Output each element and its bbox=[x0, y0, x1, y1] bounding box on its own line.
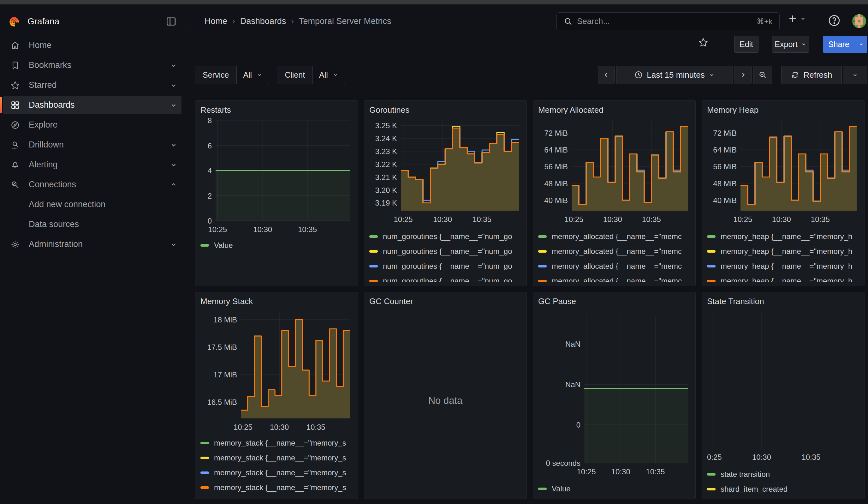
legend-item[interactable]: memory_allocated {__name__="memc bbox=[538, 244, 690, 259]
legend-item[interactable]: memory_stack {__name__="memory_s bbox=[200, 480, 353, 495]
client-filter[interactable]: Client All bbox=[277, 66, 345, 84]
edit-button[interactable]: Edit bbox=[734, 36, 758, 53]
sidebar-item-bookmarks[interactable]: Bookmarks bbox=[0, 55, 185, 75]
legend-item[interactable]: memory_stack {__name__="memory_s bbox=[200, 450, 353, 465]
legend-item[interactable]: memory_heap {__name__="memory_h bbox=[707, 259, 859, 274]
panel-title[interactable]: GC Pause bbox=[538, 296, 690, 307]
svg-text:10:25: 10:25 bbox=[234, 423, 252, 431]
sidebar-item-label: Alerting bbox=[29, 160, 58, 169]
chart-memory-heap[interactable]: 40 MiB48 MiB56 MiB64 MiB72 MiB10:2510:30… bbox=[707, 115, 859, 226]
legend-item[interactable]: memory_heap {__name__="memory_h bbox=[707, 244, 859, 259]
legend-item[interactable]: Value bbox=[200, 238, 353, 253]
sidebar-item-explore[interactable]: Explore bbox=[0, 115, 185, 135]
legend-item[interactable]: state transition bbox=[707, 467, 859, 482]
sidebar-item-add-new-connection[interactable]: Add new connection bbox=[0, 195, 185, 214]
sidebar-item-administration[interactable]: Administration bbox=[0, 234, 185, 254]
legend-item[interactable]: memory_allocated {__name__="memc bbox=[538, 229, 690, 244]
grafana-logo[interactable] bbox=[8, 15, 21, 28]
legend-label: memory_stack {__name__="memory_s bbox=[214, 453, 346, 462]
chart-state-transition[interactable]: 10:2510:3010:35 bbox=[707, 307, 859, 464]
panel-title[interactable]: Restarts bbox=[200, 104, 353, 115]
legend-item[interactable]: num_goroutines {__name__="num_go bbox=[369, 259, 521, 274]
legend-swatch bbox=[538, 487, 547, 490]
svg-text:10:30: 10:30 bbox=[752, 453, 771, 461]
legend-item[interactable]: shard_item_created bbox=[707, 482, 859, 495]
legend-item[interactable]: num_goroutines {__name__="num_go bbox=[369, 274, 521, 282]
legend-swatch bbox=[200, 442, 209, 444]
svg-text:6: 6 bbox=[208, 142, 212, 150]
help-button[interactable] bbox=[828, 14, 842, 28]
sidebar-item-starred[interactable]: Starred bbox=[0, 75, 185, 95]
time-shift-back-button[interactable] bbox=[598, 66, 614, 84]
svg-text:10:35: 10:35 bbox=[811, 215, 830, 224]
toolbar-divider bbox=[726, 36, 726, 52]
legend-item[interactable]: memory_allocated {__name__="memc bbox=[538, 274, 690, 282]
favorite-star-icon[interactable] bbox=[699, 38, 708, 47]
new-button[interactable] bbox=[787, 13, 806, 24]
chart-restarts[interactable]: 0246810:2510:3010:35 bbox=[200, 115, 353, 235]
chart-memory-allocated[interactable]: 40 MiB48 MiB56 MiB64 MiB72 MiB10:2510:30… bbox=[538, 115, 690, 226]
chart-memory-stack[interactable]: 16.5 MiB17 MiB17.5 MiB18 MiB10:2510:3010… bbox=[200, 307, 353, 433]
legend-item[interactable]: num_goroutines {__name__="num_go bbox=[369, 229, 521, 244]
legend-item[interactable]: memory_heap {__name__="memory_h bbox=[707, 274, 859, 282]
chart-gc-pause[interactable]: NaNNaN00 seconds10:2510:3010:35 bbox=[538, 307, 690, 479]
legend-item[interactable]: Value bbox=[538, 481, 690, 495]
service-filter-value[interactable]: All bbox=[236, 66, 269, 84]
client-filter-label: Client bbox=[277, 66, 312, 84]
legend-item[interactable]: memory_allocated {__name__="memc bbox=[538, 259, 690, 274]
sidebar-item-data-sources[interactable]: Data sources bbox=[0, 214, 185, 234]
sidebar-item-home[interactable]: Home bbox=[0, 35, 185, 55]
svg-text:40 MiB: 40 MiB bbox=[544, 196, 568, 205]
chevron-down-icon bbox=[859, 41, 864, 47]
refresh-interval-button[interactable] bbox=[844, 66, 867, 84]
sidebar-collapse-icon[interactable] bbox=[165, 16, 177, 27]
legend-swatch bbox=[538, 265, 547, 267]
export-button[interactable]: Export bbox=[772, 36, 809, 53]
legend-label: num_goroutines {__name__="num_go bbox=[383, 277, 512, 282]
share-button[interactable]: Share bbox=[823, 36, 855, 53]
user-avatar[interactable] bbox=[852, 14, 866, 28]
zoom-out-button[interactable] bbox=[753, 66, 772, 84]
client-filter-value[interactable]: All bbox=[312, 66, 345, 84]
legend-swatch bbox=[707, 280, 715, 282]
svg-text:10:30: 10:30 bbox=[433, 215, 452, 224]
svg-text:10:35: 10:35 bbox=[473, 215, 492, 224]
panel-title[interactable]: Memory Heap bbox=[707, 104, 859, 115]
legend-item[interactable]: memory_stack {__name__="memory_s bbox=[200, 435, 353, 450]
panel-gc-counter: GC Counter No data bbox=[364, 292, 527, 499]
svg-text:10:25: 10:25 bbox=[394, 215, 413, 224]
legend-item[interactable]: memory_heap {__name__="memory_h bbox=[707, 229, 859, 244]
chart-goroutines[interactable]: 3.19 K3.20 K3.21 K3.22 K3.23 K3.24 K3.25… bbox=[369, 115, 521, 226]
svg-text:16.5 MiB: 16.5 MiB bbox=[207, 398, 237, 407]
breadcrumb-separator: › bbox=[291, 17, 294, 26]
svg-text:64 MiB: 64 MiB bbox=[713, 146, 737, 154]
sidebar-item-label: Explore bbox=[29, 120, 58, 130]
search-input[interactable]: Search... ⌘+k bbox=[557, 12, 779, 30]
breadcrumb-dashboards[interactable]: Dashboards bbox=[240, 17, 286, 26]
breadcrumb-home[interactable]: Home bbox=[205, 17, 227, 26]
panel-title[interactable]: Goroutines bbox=[369, 104, 521, 115]
legend-swatch bbox=[538, 280, 547, 282]
legend-item[interactable]: memory_stack {__name__="memory_s bbox=[200, 465, 353, 480]
svg-text:64 MiB: 64 MiB bbox=[544, 146, 568, 154]
sidebar-item-connections[interactable]: Connections bbox=[0, 175, 185, 195]
sidebar-item-drilldown[interactable]: Drilldown bbox=[0, 135, 185, 155]
legend-label: memory_heap {__name__="memory_h bbox=[721, 232, 852, 241]
panel-title[interactable]: State Transition bbox=[707, 296, 859, 307]
svg-text:10:35: 10:35 bbox=[646, 467, 665, 476]
panel-title[interactable]: GC Counter bbox=[369, 296, 521, 307]
panel-title[interactable]: Memory Stack bbox=[200, 296, 353, 307]
panel-title[interactable]: Memory Allocated bbox=[538, 104, 690, 115]
chevron-down-icon bbox=[709, 72, 715, 78]
legend: memory_heap {__name__="memory_hmemory_he… bbox=[707, 229, 859, 282]
time-range-picker[interactable]: Last 15 minutes bbox=[616, 66, 733, 84]
sidebar-item-dashboards[interactable]: Dashboards bbox=[0, 95, 185, 115]
legend: state transitionshard_item_created bbox=[707, 467, 859, 495]
legend-label: memory_heap {__name__="memory_h bbox=[721, 262, 852, 271]
share-menu-button[interactable] bbox=[855, 36, 867, 53]
time-shift-forward-button[interactable] bbox=[734, 66, 752, 84]
service-filter[interactable]: Service All bbox=[195, 66, 269, 84]
refresh-button[interactable]: Refresh bbox=[781, 66, 842, 84]
sidebar-item-alerting[interactable]: Alerting bbox=[0, 155, 185, 175]
legend-item[interactable]: num_goroutines {__name__="num_go bbox=[369, 244, 521, 259]
